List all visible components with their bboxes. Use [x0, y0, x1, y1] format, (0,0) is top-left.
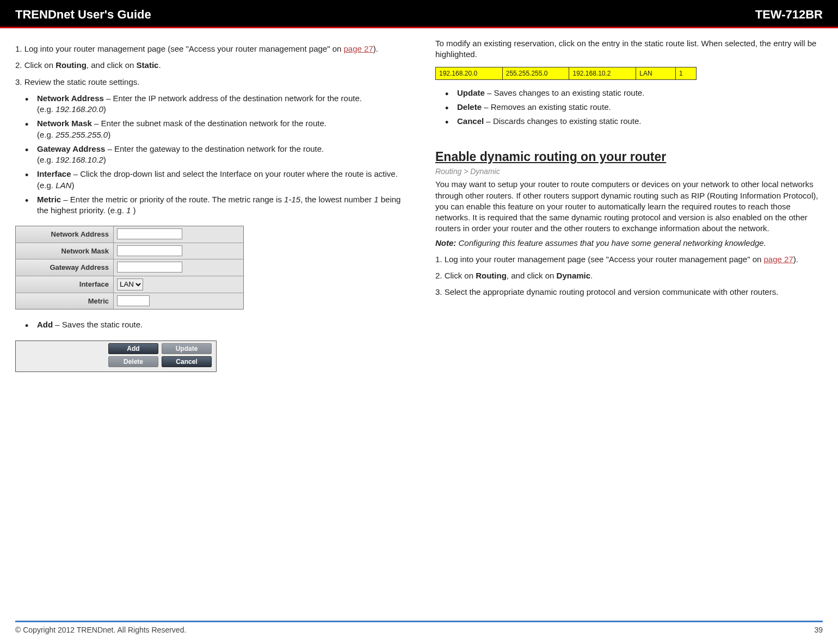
page-number: 39	[814, 626, 823, 634]
step-2: 2. Click on Routing, and click on Static…	[15, 60, 403, 71]
step-1: 1. Log into your router management page …	[15, 44, 403, 54]
update-button[interactable]: Update	[162, 343, 212, 354]
cancel-button[interactable]: Cancel	[162, 356, 212, 367]
form-label: Metric	[16, 293, 114, 309]
left-column: 1. Log into your router management page …	[15, 38, 403, 377]
form-label: Network Mask	[16, 243, 114, 259]
dyn-step-2: 2. Click on Routing, and click on Dynami…	[435, 270, 823, 281]
list-item: Add – Saves the static route.	[37, 319, 403, 330]
add-list: Add – Saves the static route.	[15, 319, 403, 330]
static-route-form: Network Address Network Mask Gateway Add…	[15, 226, 244, 309]
button-panel: Add Update Delete Cancel	[15, 340, 217, 372]
list-item: Delete – Removes an existing static rout…	[457, 102, 823, 113]
right-column: To modify an existing reservation, click…	[435, 38, 823, 377]
list-item: Gateway Address – Enter the gateway to t…	[37, 144, 403, 166]
form-label: Interface	[16, 276, 114, 293]
delete-button[interactable]: Delete	[108, 356, 158, 367]
page-header: TRENDnet User's Guide TEW-712BR	[0, 0, 838, 28]
form-label: Gateway Address	[16, 259, 114, 276]
section-heading: Enable dynamic routing on your router	[435, 148, 823, 165]
list-item: Cancel – Discards changes to existing st…	[457, 116, 823, 127]
page-footer: © Copyright 2012 TRENDnet. All Rights Re…	[15, 621, 823, 634]
cell: LAN	[636, 67, 676, 79]
gateway-address-input[interactable]	[117, 262, 182, 273]
copyright: © Copyright 2012 TRENDnet. All Rights Re…	[15, 626, 186, 634]
modify-intro: To modify an existing reservation, click…	[435, 38, 823, 60]
list-item: Update – Saves changes to an existing st…	[457, 88, 823, 98]
form-label: Network Address	[16, 226, 114, 243]
model-number: TEW-712BR	[755, 8, 823, 22]
cell: 192.168.20.0	[436, 67, 503, 79]
list-item: Network Address – Enter the IP network a…	[37, 93, 403, 115]
page-link[interactable]: page 27	[764, 255, 793, 264]
list-item: Network Mask – Enter the subnet mask of …	[37, 118, 403, 140]
step-3: 3. Review the static route settings.	[15, 77, 403, 88]
cell: 1	[676, 67, 696, 79]
add-button[interactable]: Add	[108, 343, 158, 354]
network-address-input[interactable]	[117, 228, 182, 239]
dyn-step-1: 1. Log into your router management page …	[435, 254, 823, 265]
cell: 255.255.255.0	[503, 67, 570, 79]
breadcrumb: Routing > Dynamic	[435, 166, 823, 177]
dynamic-para: You may want to setup your router to rou…	[435, 179, 823, 234]
page-link[interactable]: page 27	[344, 44, 373, 53]
interface-select[interactable]: LAN	[117, 278, 143, 290]
action-list: Update – Saves changes to an existing st…	[435, 88, 823, 127]
metric-input[interactable]	[117, 295, 150, 306]
network-mask-input[interactable]	[117, 245, 182, 256]
highlighted-row[interactable]: 192.168.20.0 255.255.255.0 192.168.10.2 …	[435, 67, 697, 80]
guide-title: TRENDnet User's Guide	[15, 8, 151, 22]
cell: 192.168.10.2	[569, 67, 636, 79]
list-item: Interface – Click the drop-down list and…	[37, 169, 403, 191]
settings-list: Network Address – Enter the IP network a…	[15, 93, 403, 216]
list-item: Metric – Enter the metric or priority of…	[37, 194, 403, 216]
note: Note: Configuring this feature assumes t…	[435, 238, 823, 249]
dyn-step-3: 3. Select the appropriate dynamic routin…	[435, 287, 823, 298]
